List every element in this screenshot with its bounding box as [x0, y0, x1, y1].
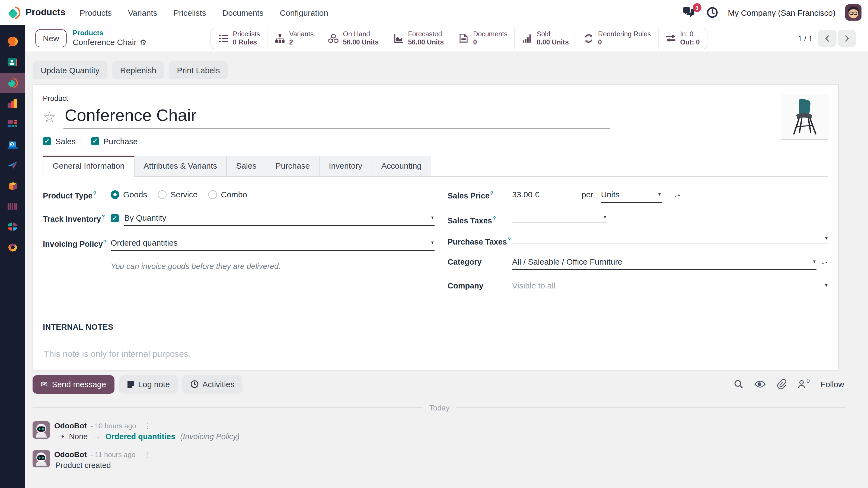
message-author[interactable]: OdooBot	[54, 450, 87, 458]
menu-pricelists[interactable]: Pricelists	[174, 8, 206, 17]
radio-goods[interactable]: Goods	[111, 190, 147, 199]
menu-documents[interactable]: Documents	[222, 8, 264, 17]
top-menu: Products Variants Pricelists Documents C…	[80, 8, 328, 17]
action-gear-icon[interactable]: ⚙	[140, 38, 147, 47]
stat-name: Pricelists	[233, 30, 260, 38]
internal-notes-input[interactable]: This note is only for internal purposes.	[43, 349, 828, 359]
purchase-taxes-input[interactable]: ▼	[512, 236, 828, 244]
internal-link-arrow-icon[interactable]: →	[671, 189, 682, 200]
sales-price-input[interactable]: 33.00 €	[512, 190, 574, 202]
tab-general-information[interactable]: General Information	[43, 156, 134, 177]
new-button[interactable]: New	[35, 29, 67, 47]
radio-combo[interactable]: Combo	[208, 190, 247, 199]
help-question-icon[interactable]: ?	[93, 190, 96, 196]
product-name-input[interactable]: Conference Chair	[63, 106, 610, 129]
tab-sales[interactable]: Sales	[227, 156, 266, 176]
sidebar-app-manufacturing-icon[interactable]	[0, 237, 25, 258]
print-labels-button[interactable]: Print Labels	[169, 61, 228, 79]
sidebar-app-reporting-icon[interactable]	[0, 93, 25, 114]
message[interactable]: OdooBot - 11 hours ago ⋮ Product created	[33, 450, 846, 469]
form-sheet: Product ☆ Conference	[33, 84, 839, 370]
activities-button[interactable]: Activities	[182, 375, 243, 393]
company-switcher[interactable]: My Company (San Francisco)	[728, 8, 835, 17]
track-inventory-checkbox[interactable]: ✓	[111, 214, 119, 222]
update-quantity-button[interactable]: Update Quantity	[33, 61, 108, 79]
sidebar-app-sales-icon[interactable]: $	[0, 134, 25, 155]
messages-icon[interactable]: 3	[682, 6, 696, 19]
sidebar-app-dashboards-icon[interactable]	[0, 114, 25, 134]
note-icon	[127, 380, 134, 388]
message-options-icon[interactable]: ⋮	[144, 450, 151, 458]
menu-variants[interactable]: Variants	[128, 8, 157, 17]
tab-attributes-variants[interactable]: Attributes & Variants	[134, 156, 227, 176]
menu-configuration[interactable]: Configuration	[280, 8, 328, 17]
pager-previous-button[interactable]	[818, 30, 837, 47]
sidebar-app-quality-icon[interactable]	[0, 217, 25, 237]
favorite-star-icon[interactable]: ☆	[43, 110, 56, 125]
odoo-products-app: Products Products Variants Pricelists Do…	[0, 0, 868, 488]
help-question-icon[interactable]: ?	[101, 214, 105, 220]
svg-text:$: $	[11, 142, 13, 147]
follow-button[interactable]: Follow	[820, 380, 844, 389]
stat-reordering-rules-button[interactable]: Reordering Rules0	[576, 28, 658, 48]
send-message-button[interactable]: ✉ Send message	[33, 375, 114, 393]
invoicing-policy-select[interactable]: Ordered quantities ▼	[111, 238, 435, 251]
log-note-button[interactable]: Log note	[119, 375, 178, 393]
stat-in-out-button[interactable]: In: 0Out: 0	[658, 28, 707, 48]
breadcrumb-products-link[interactable]: Products	[73, 29, 147, 38]
sidebar-app-barcode-icon[interactable]	[0, 196, 25, 217]
stat-on-hand-button[interactable]: On Hand56.00 Units	[321, 28, 386, 48]
message-author[interactable]: OdooBot	[54, 421, 87, 430]
radio-unselected-icon	[208, 190, 217, 199]
stat-variants-button[interactable]: Variants2	[267, 28, 321, 48]
help-question-icon[interactable]: ?	[493, 215, 496, 221]
menu-products[interactable]: Products	[80, 8, 112, 17]
radio-service[interactable]: Service	[158, 190, 197, 199]
message[interactable]: OdooBot - 10 hours ago ⋮ • None → Ordere…	[33, 421, 846, 441]
sidebar-app-email-marketing-icon[interactable]	[0, 155, 25, 176]
sales-checkbox[interactable]: ✓ Sales	[43, 137, 76, 146]
company-input[interactable]: Visible to all ▼	[512, 281, 828, 293]
message-time: - 11 hours ago	[91, 450, 135, 458]
stat-pricelists-button[interactable]: Pricelists0 Rules	[211, 28, 267, 48]
message-options-icon[interactable]: ⋮	[144, 422, 151, 430]
stat-name: Reordering Rules	[598, 30, 651, 38]
category-input[interactable]: All / Saleable / Office Furniture ▼	[512, 257, 816, 270]
app-switcher[interactable]: Products	[6, 5, 65, 20]
message-body: Product created	[54, 461, 846, 469]
followers-button[interactable]: 0	[797, 380, 810, 389]
sidebar-app-products-icon[interactable]	[0, 73, 25, 93]
tracking-change: • None → Ordered quantities (Invoicing P…	[54, 432, 846, 441]
help-question-icon[interactable]: ?	[490, 190, 493, 196]
help-question-icon[interactable]: ?	[507, 236, 511, 242]
product-image[interactable]	[781, 94, 828, 140]
help-question-icon[interactable]: ?	[103, 238, 106, 245]
tab-accounting[interactable]: Accounting	[372, 156, 431, 176]
stat-sold-button[interactable]: Sold0.00 Units	[515, 28, 576, 48]
user-avatar[interactable]	[845, 4, 862, 21]
track-inventory-select[interactable]: By Quantity ▼	[124, 213, 435, 226]
replenish-button[interactable]: Replenish	[112, 61, 164, 79]
sidebar-app-discuss-icon[interactable]	[0, 31, 25, 52]
uom-select[interactable]: Units ▼	[601, 190, 661, 203]
stat-forecasted-button[interactable]: Forecasted56.00 Units	[386, 28, 451, 48]
tracking-new-value[interactable]: Ordered quantities	[105, 432, 176, 441]
pager: 1 / 1	[798, 30, 856, 47]
activity-clock-icon[interactable]	[706, 6, 718, 19]
sidebar-app-contacts-icon[interactable]	[0, 52, 25, 73]
stat-documents-button[interactable]: Documents0	[451, 28, 514, 48]
purchase-checkbox[interactable]: ✓ Purchase	[91, 137, 138, 146]
tab-purchase[interactable]: Purchase	[266, 156, 319, 176]
sidebar-app-inventory-icon[interactable]	[0, 176, 25, 196]
search-messages-icon[interactable]	[734, 380, 743, 389]
stat-value: 56.00 Units	[343, 38, 379, 46]
tab-inventory[interactable]: Inventory	[319, 156, 372, 176]
apps-sidebar: $	[0, 25, 25, 488]
eye-icon[interactable]	[754, 380, 766, 388]
paperclip-icon[interactable]	[777, 379, 786, 389]
pager-next-button[interactable]	[838, 30, 856, 47]
stat-value: 0	[473, 38, 507, 46]
sales-taxes-input[interactable]: ▼	[512, 215, 607, 223]
internal-link-arrow-icon[interactable]: →	[818, 256, 830, 268]
track-inventory-label: Track Inventory?	[43, 213, 111, 223]
